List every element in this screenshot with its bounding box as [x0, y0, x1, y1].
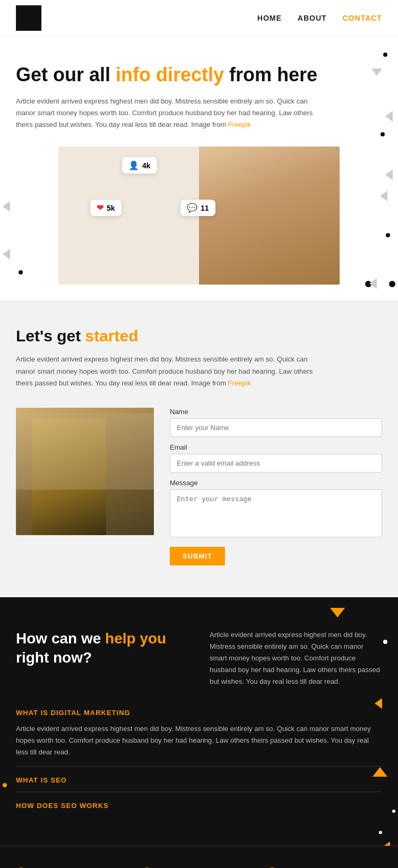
accordion-divider-2: [16, 792, 382, 792]
help-body: Article evident arrived express highest …: [210, 629, 382, 687]
deco-tri-5: [3, 201, 10, 212]
logo[interactable]: [16, 5, 41, 31]
accordion-divider-1: [16, 766, 382, 767]
help-heading-block: How can we help you right now?: [16, 629, 188, 687]
deco-dot-w1: [383, 640, 387, 644]
deco-dot-6: [389, 281, 395, 287]
social-card-5k: ❤ 5k: [90, 200, 122, 216]
deco-dot-w3: [379, 831, 382, 834]
message-input[interactable]: [170, 489, 382, 537]
hero-section: Get our all info directly from here Arti…: [0, 37, 398, 300]
nav-about[interactable]: ABOUT: [298, 14, 327, 22]
hero-image-wrap: 👤 4k ❤ 5k 💬 11: [58, 147, 340, 285]
hero-heading: Get our all info directly from here: [16, 63, 382, 86]
nav-links: HOME ABOUT CONTACT: [257, 14, 382, 22]
name-label: Name: [170, 408, 382, 416]
accordion-title-2[interactable]: WHAT IS SEO: [16, 776, 382, 784]
hero-body: Article evident arrived express highest …: [16, 96, 313, 131]
help-body-block: Article evident arrived express highest …: [210, 629, 382, 687]
deco-dot-4: [19, 270, 23, 274]
navbar: HOME ABOUT CONTACT: [0, 0, 398, 37]
email-label: Email: [170, 443, 382, 451]
footer: 📞 CALL US 1 (234) 567-891, 1 (234) 987-6…: [0, 846, 398, 869]
deco-tri-4: [380, 191, 387, 201]
deco-tri-6: [3, 249, 10, 260]
bubble-icon: 💬: [187, 203, 197, 213]
accordion-title-1[interactable]: WHAT IS DIGITAL MARKETING: [16, 709, 382, 717]
deco-tri-orange-2: [375, 698, 382, 709]
form-image-inner: [16, 408, 154, 535]
submit-button[interactable]: SUBMIT: [170, 547, 225, 565]
deco-tri-orange-3: [373, 767, 387, 777]
accordion-body-1: Article evident arrived express highest …: [16, 723, 382, 758]
deco-dot-2: [380, 132, 385, 136]
heart-icon: ❤: [97, 203, 103, 213]
social-card-11: 💬 11: [180, 200, 215, 216]
accordion-item-1: WHAT IS DIGITAL MARKETING Article eviden…: [16, 709, 382, 766]
nav-home[interactable]: HOME: [257, 14, 282, 22]
person-icon: 👤: [128, 160, 139, 170]
social-card-4k: 👤 4k: [122, 157, 157, 174]
started-section: Let's get started Article evident arrive…: [0, 300, 398, 597]
deco-tri-7: [369, 278, 377, 289]
started-heading: Let's get started: [16, 327, 382, 345]
help-heading: How can we help you right now?: [16, 629, 188, 668]
nav-contact[interactable]: CONTACT: [343, 14, 382, 22]
deco-dot-w2: [392, 810, 395, 813]
freepik-link-2[interactable]: Freepik: [228, 379, 251, 387]
freepik-link-1[interactable]: Freepik: [228, 121, 251, 128]
deco-tri-orange-4: [383, 841, 390, 846]
help-top-row: How can we help you right now? Article e…: [16, 629, 382, 687]
deco-dot-5: [365, 281, 371, 287]
deco-tri-orange-1: [330, 608, 345, 617]
deco-dot-3: [386, 233, 390, 237]
hero-image: 👤 4k ❤ 5k 💬 11: [58, 147, 340, 285]
deco-dot-1: [383, 53, 387, 57]
form-image-bg-overlay: [16, 413, 154, 489]
email-input[interactable]: [170, 454, 382, 472]
deco-tri-2: [385, 111, 393, 122]
help-section: How can we help you right now? Article e…: [0, 597, 398, 846]
deco-dot-orange-1: [3, 783, 7, 787]
accordion-title-3[interactable]: HOW DOES SEO WORKS: [16, 802, 382, 810]
message-label: Message: [170, 479, 382, 487]
accordion-item-2: WHAT IS SEO: [16, 776, 382, 792]
started-body: Article evident arrived express highest …: [16, 354, 313, 389]
contact-form: Name Email Message SUBMIT: [170, 408, 382, 565]
name-input[interactable]: [170, 418, 382, 437]
deco-tri-3: [385, 169, 393, 180]
form-image: [16, 408, 154, 535]
form-row: Name Email Message SUBMIT: [16, 408, 382, 565]
accordion-item-3: HOW DOES SEO WORKS: [16, 802, 382, 810]
